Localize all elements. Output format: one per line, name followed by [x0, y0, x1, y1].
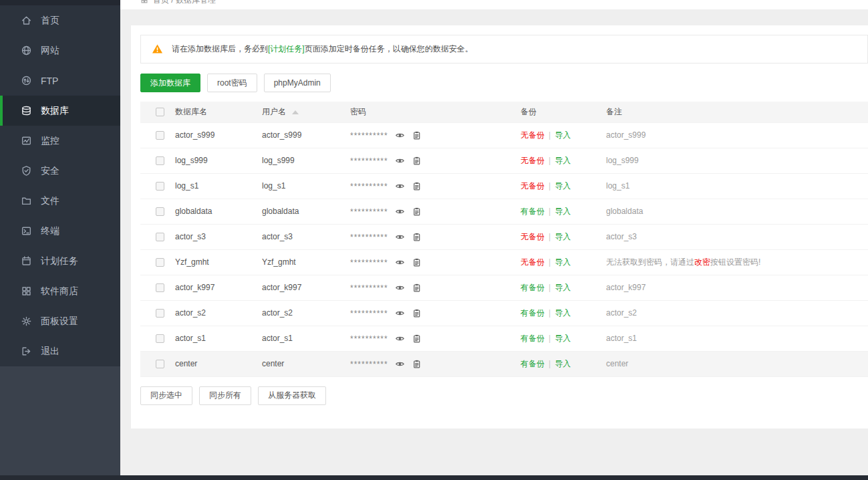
sidebar-item-database[interactable]: 数据库 [0, 96, 120, 126]
sidebar: 首页网站FTP数据库监控安全文件终端计划任务软件商店面板设置退出 [0, 0, 120, 480]
backup-divider: | [549, 130, 551, 140]
fetch-from-server-button[interactable]: 从服务器获取 [258, 386, 326, 405]
backup-divider: | [549, 181, 551, 191]
row-checkbox[interactable] [156, 258, 164, 267]
eye-icon[interactable] [395, 257, 405, 267]
logout-icon [20, 346, 32, 358]
copy-icon[interactable] [412, 257, 422, 267]
cron-page-link[interactable]: [计划任务] [268, 44, 305, 53]
terminal-icon [20, 225, 32, 237]
db-username: log_s999 [262, 148, 350, 173]
import-link[interactable]: 导入 [555, 283, 571, 292]
copy-icon[interactable] [412, 283, 422, 293]
import-link[interactable]: 导入 [555, 156, 571, 165]
row-checkbox[interactable] [156, 233, 164, 241]
sidebar-item-security[interactable]: 安全 [0, 156, 120, 186]
bottom-edge-strip [0, 475, 868, 480]
copy-icon[interactable] [412, 130, 422, 140]
sidebar-item-label: 计划任务 [41, 255, 78, 267]
import-link[interactable]: 导入 [555, 359, 571, 368]
backup-status-link[interactable]: 无备份 [521, 257, 545, 267]
row-checkbox[interactable] [156, 309, 164, 318]
table-row: Yzf_gmhtYzf_gmht**********无备份|导入无法获取到密码，… [140, 249, 868, 275]
row-checkbox[interactable] [156, 207, 164, 216]
column-header-backup: 备份 [521, 102, 606, 122]
sidebar-item-label: 网站 [41, 45, 59, 57]
sidebar-item-logout[interactable]: 退出 [0, 336, 120, 366]
sidebar-item-label: FTP [41, 76, 58, 86]
row-checkbox[interactable] [156, 334, 164, 343]
backup-status-link[interactable]: 有备份 [521, 334, 545, 343]
database-icon [20, 105, 32, 117]
copy-icon[interactable] [412, 156, 422, 166]
backup-status-link[interactable]: 有备份 [521, 359, 545, 368]
sidebar-item-cron[interactable]: 计划任务 [0, 246, 120, 276]
import-link[interactable]: 导入 [555, 207, 571, 216]
import-link[interactable]: 导入 [555, 181, 571, 191]
select-all-checkbox[interactable] [156, 108, 164, 116]
row-checkbox[interactable] [156, 182, 164, 191]
copy-icon[interactable] [412, 359, 422, 369]
row-checkbox[interactable] [156, 156, 164, 165]
backup-status-link[interactable]: 无备份 [521, 181, 545, 191]
row-checkbox[interactable] [156, 131, 164, 140]
eye-icon[interactable] [395, 130, 405, 140]
db-note: actor_k997 [606, 275, 868, 300]
row-checkbox[interactable] [156, 283, 164, 292]
password-mask: ********** [350, 334, 388, 344]
add-database-button[interactable]: 添加数据库 [140, 74, 200, 92]
column-header-note: 备注 [606, 102, 868, 122]
column-header-password: 密码 [350, 102, 521, 122]
calendar-icon [20, 255, 32, 267]
root-password-button[interactable]: root密码 [207, 74, 257, 92]
backup-status-link[interactable]: 有备份 [521, 283, 545, 292]
sync-selected-button[interactable]: 同步选中 [140, 386, 192, 405]
db-name: globaldata [175, 199, 262, 224]
import-link[interactable]: 导入 [555, 308, 571, 318]
import-link[interactable]: 导入 [555, 130, 571, 140]
password-mask: ********** [350, 309, 388, 318]
copy-icon[interactable] [412, 308, 422, 318]
eye-icon[interactable] [395, 283, 405, 293]
db-note: 无法获取到密码，请通过改密按钮设置密码! [606, 249, 868, 275]
sort-asc-icon[interactable] [292, 110, 299, 114]
backup-status-link[interactable]: 无备份 [521, 232, 545, 241]
eye-icon[interactable] [395, 232, 405, 242]
backup-status-link[interactable]: 有备份 [521, 308, 545, 318]
eye-icon[interactable] [395, 181, 405, 191]
sidebar-item-monitor[interactable]: 监控 [0, 126, 120, 156]
copy-icon[interactable] [412, 232, 422, 242]
home-icon [20, 15, 32, 27]
main-area: 首页 / 数据库管理 请在添加数据库后，务必到[计划任务]页面添加定时备份任务，… [120, 0, 868, 429]
copy-icon[interactable] [412, 207, 422, 217]
backup-divider: | [549, 156, 551, 165]
eye-icon[interactable] [395, 207, 405, 217]
row-checkbox[interactable] [156, 360, 164, 368]
column-header-user[interactable]: 用户名 [262, 102, 350, 122]
eye-icon[interactable] [395, 334, 405, 344]
copy-icon[interactable] [412, 334, 422, 344]
import-link[interactable]: 导入 [555, 257, 571, 267]
copy-icon[interactable] [412, 181, 422, 191]
backup-status-link[interactable]: 有备份 [521, 207, 545, 216]
sidebar-item-home[interactable]: 首页 [0, 5, 120, 35]
table-row: globaldataglobaldata**********有备份|导入glob… [140, 199, 868, 224]
db-note: globaldata [606, 199, 868, 224]
eye-icon[interactable] [395, 156, 405, 166]
import-link[interactable]: 导入 [555, 232, 571, 241]
backup-status-link[interactable]: 无备份 [521, 130, 545, 140]
sidebar-item-site[interactable]: 网站 [0, 35, 120, 66]
eye-icon[interactable] [395, 308, 405, 318]
sync-all-button[interactable]: 同步所有 [199, 386, 251, 405]
backup-status-link[interactable]: 无备份 [521, 156, 545, 165]
sidebar-item-terminal[interactable]: 终端 [0, 216, 120, 246]
table-row: log_s1log_s1**********无备份|导入log_s1 [140, 173, 868, 199]
import-link[interactable]: 导入 [555, 334, 571, 343]
eye-icon[interactable] [395, 359, 405, 369]
sidebar-item-files[interactable]: 文件 [0, 186, 120, 216]
breadcrumb: 首页 / 数据库管理 [120, 0, 868, 9]
sidebar-item-ftp[interactable]: FTP [0, 66, 120, 96]
phpmyadmin-button[interactable]: phpMyAdmin [264, 74, 331, 92]
sidebar-item-appstore[interactable]: 软件商店 [0, 276, 120, 306]
sidebar-item-settings[interactable]: 面板设置 [0, 306, 120, 336]
